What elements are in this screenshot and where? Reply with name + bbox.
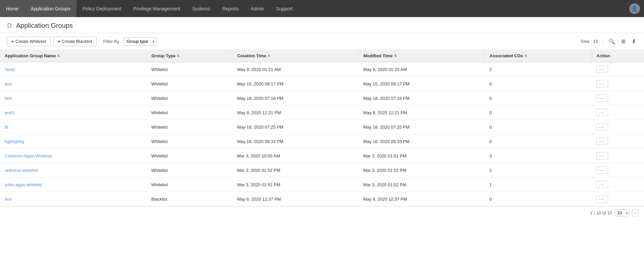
- navbar: Home Application Groups Policy Deploymen…: [0, 0, 644, 17]
- cell-creation: Mar 3, 2020 01:52 PM: [232, 178, 359, 192]
- cell-cgs: 0: [485, 91, 592, 106]
- action-menu-button[interactable]: ···: [596, 181, 608, 188]
- cell-action: ···: [592, 91, 644, 106]
- cell-modified: May 18, 2020 07:25 PM: [359, 120, 485, 134]
- create-blacklist-label: Create Blacklist: [62, 39, 92, 44]
- cell-name: antivirus-whitelist: [0, 163, 147, 178]
- plus-icon: +: [11, 39, 14, 44]
- toolbar: + Create Whitelist + Create Blacklist Fi…: [0, 33, 644, 50]
- group-name-link[interactable]: ttt: [5, 125, 8, 130]
- col-modified-label: Modified Time: [363, 53, 392, 58]
- page-size-wrap: 10 25 50: [615, 209, 629, 216]
- nav-privilege-management[interactable]: Privilege Management: [127, 0, 186, 17]
- header-row: Application Group Name ⇅ Group Type ⇅ Cr…: [0, 50, 644, 62]
- cell-creation: May 9, 2020 01:21 AM: [232, 62, 359, 77]
- col-type-sort-icon: ⇅: [177, 54, 179, 58]
- cell-action: ···: [592, 120, 644, 134]
- col-name[interactable]: Application Group Name ⇅: [0, 50, 147, 62]
- cell-type: Whitelist: [147, 91, 232, 106]
- create-whitelist-button[interactable]: + Create Whitelist: [7, 37, 51, 46]
- nav-reports[interactable]: Reports: [216, 0, 245, 17]
- col-action: Action: [592, 50, 644, 62]
- table-row: testWhitelistMay 15, 2020 09:17 PMMay 15…: [0, 77, 644, 91]
- action-menu-button[interactable]: ···: [596, 80, 608, 87]
- cell-creation: May 18, 2020 09:33 PM: [232, 134, 359, 149]
- cell-type: Whitelist: [147, 134, 232, 149]
- action-menu-button[interactable]: ···: [596, 152, 608, 159]
- table-body: Test2WhitelistMay 9, 2020 01:21 AMMay 9,…: [0, 62, 644, 206]
- group-name-link[interactable]: test: [5, 96, 12, 101]
- divider: |: [603, 39, 604, 44]
- action-menu-button[interactable]: ···: [596, 138, 608, 145]
- cell-name: Test2: [0, 62, 147, 77]
- col-cgs[interactable]: Associated CGs ⇅: [485, 50, 592, 62]
- cell-modified: May 8, 2020 12:37 PM: [359, 192, 485, 206]
- cell-name: test3: [0, 106, 147, 120]
- next-page-button[interactable]: ›: [632, 209, 639, 216]
- cell-cgs: 0: [485, 77, 592, 91]
- group-name-link[interactable]: test3: [5, 110, 14, 115]
- cell-creation: Mar 3, 2020 01:52 PM: [232, 163, 359, 178]
- cell-creation: May 18, 2020 07:18 PM: [232, 91, 359, 106]
- action-menu-button[interactable]: ···: [596, 123, 608, 131]
- cell-creation: May 15, 2020 09:17 PM: [232, 77, 359, 91]
- col-creation[interactable]: Creation Time ⇅: [232, 50, 359, 62]
- col-creation-label: Creation Time: [237, 53, 266, 58]
- nav-application-groups[interactable]: Application Groups: [24, 0, 76, 17]
- nav-systems[interactable]: Systems: [186, 0, 216, 17]
- table-row: testBlacklistMay 8, 2020 12:37 PMMay 8, …: [0, 192, 644, 206]
- cell-cgs: 3: [485, 149, 592, 163]
- pagination-bar: 1 - 10 of 15 10 25 50 ›: [0, 206, 644, 219]
- group-name-link[interactable]: Test2: [5, 67, 15, 72]
- group-name-link[interactable]: test: [5, 197, 12, 202]
- group-name-link[interactable]: Common-Apps-Whitelist: [5, 153, 52, 158]
- col-name-label: Application Group Name: [5, 53, 56, 58]
- create-blacklist-button[interactable]: + Create Blacklist: [53, 37, 97, 46]
- nav-home[interactable]: Home: [0, 0, 24, 17]
- nav-admin[interactable]: Admin: [245, 0, 270, 17]
- search-button[interactable]: 🔍: [607, 38, 616, 45]
- cell-cgs: 2: [485, 163, 592, 178]
- cell-cgs: 0: [485, 192, 592, 206]
- action-menu-button[interactable]: ···: [596, 94, 608, 102]
- action-menu-button[interactable]: ···: [596, 66, 608, 73]
- grid-view-button[interactable]: ⊞: [620, 38, 627, 45]
- navbar-right: 👤: [629, 3, 644, 14]
- group-name-link[interactable]: zoho-apps-whitelist: [5, 182, 42, 187]
- application-groups-table: Application Group Name ⇅ Group Type ⇅ Cr…: [0, 50, 644, 206]
- cell-cgs: 1: [485, 178, 592, 192]
- cell-name: zoho-apps-whitelist: [0, 178, 147, 192]
- pagination-range: 1 - 10 of 15: [590, 210, 612, 215]
- cell-action: ···: [592, 62, 644, 77]
- group-type-filter[interactable]: Group type Whitelist Blacklist: [124, 37, 157, 46]
- cell-type: Whitelist: [147, 106, 232, 120]
- cell-action: ···: [592, 149, 644, 163]
- table-row: Common-Apps-WhitelistWhitelistMar 3, 202…: [0, 149, 644, 163]
- action-menu-button[interactable]: ···: [596, 109, 608, 116]
- cell-modified: Mar 3, 2020 01:52 PM: [359, 178, 485, 192]
- cell-name: hghhghhg: [0, 134, 147, 149]
- col-creation-sort-icon: ⇅: [268, 54, 270, 58]
- nav-support[interactable]: Support: [270, 0, 299, 17]
- user-avatar[interactable]: 👤: [629, 3, 640, 14]
- cell-type: Whitelist: [147, 77, 232, 91]
- cell-type: Whitelist: [147, 62, 232, 77]
- cell-cgs: 0: [485, 106, 592, 120]
- cell-creation: May 18, 2020 07:25 PM: [232, 120, 359, 134]
- action-menu-button[interactable]: ···: [596, 166, 608, 174]
- page-size-select[interactable]: 10 25 50: [615, 209, 629, 216]
- group-name-link[interactable]: hghhghhg: [5, 139, 24, 144]
- group-name-link[interactable]: test: [5, 81, 12, 86]
- table-row: test3WhitelistMay 8, 2020 12:21 PMMay 8,…: [0, 106, 644, 120]
- action-menu-button[interactable]: ···: [596, 195, 608, 203]
- cell-modified: May 18, 2020 07:18 PM: [359, 91, 485, 106]
- nav-policy-deployment[interactable]: Policy Deployment: [76, 0, 127, 17]
- total-count: Total : 15: [580, 39, 598, 44]
- col-modified[interactable]: Modified Time ⇅: [359, 50, 485, 62]
- download-button[interactable]: ⬇: [630, 38, 637, 45]
- col-type[interactable]: Group Type ⇅: [147, 50, 232, 62]
- page-content: 🗋 Application Groups + Create Whitelist …: [0, 17, 644, 274]
- group-name-link[interactable]: antivirus-whitelist: [5, 168, 38, 173]
- table-row: Test2WhitelistMay 9, 2020 01:21 AMMay 9,…: [0, 62, 644, 77]
- cell-creation: May 8, 2020 12:37 PM: [232, 192, 359, 206]
